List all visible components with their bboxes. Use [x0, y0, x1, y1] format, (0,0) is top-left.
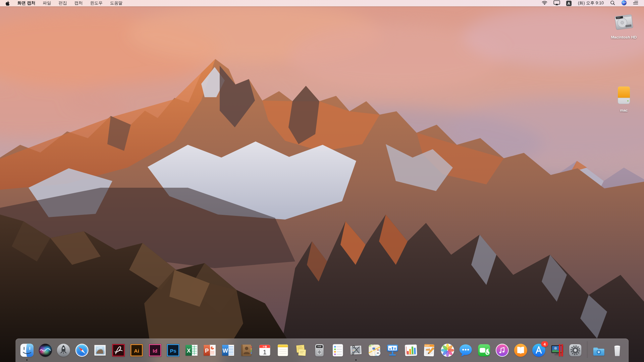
svg-text:PAGES: PAGES: [425, 345, 430, 347]
svg-text:Ps: Ps: [170, 348, 176, 354]
dock-notes[interactable]: [275, 343, 290, 358]
dock-reminders[interactable]: [330, 343, 345, 358]
illustrator-icon: Ai: [129, 343, 144, 358]
maps-icon: 3D: [367, 343, 382, 358]
siri-menu[interactable]: [618, 0, 630, 6]
dock-itunes[interactable]: [494, 343, 510, 358]
menu-윈도우[interactable]: 윈도우: [86, 0, 106, 6]
notification-badge: 4: [541, 341, 548, 347]
dock-finder[interactable]: [19, 343, 35, 358]
external-drive-icon: [613, 84, 635, 107]
dock-illustrator[interactable]: Ai: [129, 343, 144, 358]
apple-menu[interactable]: [0, 1, 14, 6]
desktop-icon-label: mac: [620, 108, 628, 112]
input-source-icon: A: [566, 1, 572, 6]
siri-icon: [38, 343, 53, 358]
siri-icon: [621, 0, 627, 7]
menu-bar-status: A(화) 오후 9:10: [539, 0, 644, 6]
dock-siri[interactable]: [38, 343, 53, 358]
dock-acrobat[interactable]: [111, 343, 126, 358]
dock: Ai Id Ps X P W: [15, 339, 629, 362]
messages-icon: [458, 343, 473, 358]
spotlight-menu[interactable]: [607, 0, 618, 6]
finder-icon: [19, 343, 35, 358]
internal-drive-icon: [613, 11, 635, 34]
dock-indesign[interactable]: Id: [147, 343, 163, 358]
running-indicator: [26, 359, 28, 361]
airplay-icon: [553, 0, 560, 6]
svg-text:1: 1: [263, 349, 266, 356]
dock-keynote[interactable]: [385, 343, 400, 358]
menu-bar-left: 화면 캡처파일편집캡처윈도우도움말: [0, 0, 126, 6]
input-source-menu[interactable]: A: [563, 0, 575, 6]
itunes-icon: [494, 343, 510, 358]
calendar-icon: 11월 1: [257, 343, 272, 358]
pages-icon: PAGES: [421, 343, 437, 358]
dock-dvd-player[interactable]: DVD: [312, 343, 327, 358]
downloads-icon: [591, 343, 606, 358]
numbers-icon: [403, 343, 419, 358]
dock-trash[interactable]: [609, 343, 625, 358]
dock-ibooks[interactable]: [513, 343, 528, 358]
menu-파일[interactable]: 파일: [39, 0, 55, 6]
dock-excel[interactable]: X: [184, 343, 199, 358]
dock-grab[interactable]: [348, 343, 364, 358]
dock-contacts[interactable]: [238, 343, 254, 358]
notification-center-icon: [633, 0, 638, 6]
photoshop-icon: Ps: [165, 343, 181, 358]
dock-system-preferences[interactable]: [568, 343, 583, 358]
notes-icon: [275, 343, 290, 358]
dock-facetime[interactable]: [476, 343, 492, 358]
svg-text:W: W: [222, 348, 228, 354]
dock-pages[interactable]: PAGES: [421, 343, 437, 358]
wifi-menu[interactable]: [539, 0, 550, 6]
dock-separator: [587, 341, 587, 358]
dock-numbers[interactable]: [403, 343, 419, 358]
menu-캡처[interactable]: 캡처: [70, 0, 86, 6]
desktop: 화면 캡처파일편집캡처윈도우도움말 A(화) 오후 9:10 Macintosh…: [0, 0, 644, 362]
safari-icon: [74, 343, 90, 358]
menu-app-name[interactable]: 화면 캡처: [14, 0, 39, 6]
svg-text:DVD: DVD: [317, 346, 321, 348]
reminders-icon: [330, 343, 345, 358]
menu-편집[interactable]: 편집: [55, 0, 70, 6]
dock-word[interactable]: W: [220, 343, 236, 358]
dvd-player-icon: DVD: [312, 343, 327, 358]
dock-powerpoint[interactable]: P: [202, 343, 217, 358]
dock-photoshop[interactable]: Ps: [165, 343, 181, 358]
mail-icon: [92, 343, 108, 358]
ibooks-icon: [513, 343, 528, 358]
wallpaper: [0, 0, 644, 362]
stickies-icon: [293, 343, 309, 358]
dock-stickies[interactable]: [293, 343, 309, 358]
powerpoint-icon: P: [202, 343, 217, 358]
excel-icon: X: [184, 343, 199, 358]
dock-mail[interactable]: [92, 343, 108, 358]
dock-photos[interactable]: [440, 343, 455, 358]
wifi-icon: [542, 0, 547, 6]
dock-app-store[interactable]: 4: [531, 343, 546, 358]
indesign-icon: Id: [147, 343, 163, 358]
desktop-icon-mac[interactable]: mac: [604, 84, 643, 112]
word-icon: W: [220, 343, 236, 358]
dock-parallels[interactable]: [549, 343, 565, 358]
desktop-icon-macintosh-hd[interactable]: Macintosh HD: [604, 11, 643, 39]
dock-downloads[interactable]: [591, 343, 606, 358]
svg-text:Ai: Ai: [134, 348, 140, 354]
system-preferences-icon: [568, 343, 583, 358]
airplay-menu[interactable]: [550, 0, 563, 6]
dock-maps[interactable]: 3D: [367, 343, 382, 358]
running-indicator: [355, 359, 357, 361]
dock-safari[interactable]: [74, 343, 90, 358]
svg-text:Id: Id: [153, 348, 157, 354]
menu-clock[interactable]: (화) 오후 9:10: [575, 0, 607, 6]
trash-icon: [609, 343, 625, 358]
dock-calendar[interactable]: 11월 1: [257, 343, 272, 358]
parallels-icon: [549, 343, 565, 358]
dock-launchpad[interactable]: [56, 343, 71, 358]
notification-center-menu[interactable]: [630, 0, 641, 6]
dock-messages[interactable]: [458, 343, 473, 358]
svg-text:X: X: [187, 348, 191, 354]
photos-icon: [440, 343, 455, 358]
menu-도움말[interactable]: 도움말: [106, 0, 126, 6]
